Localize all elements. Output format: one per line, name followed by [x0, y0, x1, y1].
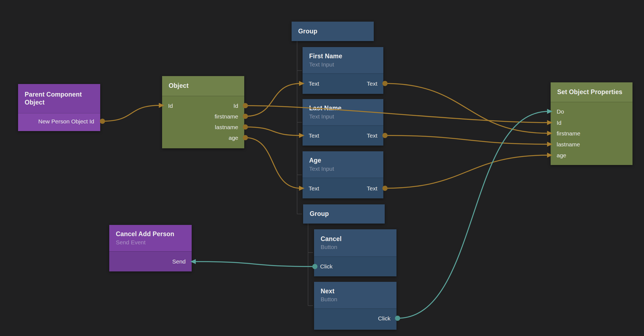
port-label: age [229, 135, 238, 141]
node-title: Group [310, 210, 378, 218]
node-title: Next [321, 287, 390, 295]
port-object-id[interactable]: Id [162, 100, 244, 111]
port-label: Text [367, 185, 377, 192]
port-label: Send [172, 258, 186, 265]
node-title: Cancel Add Person [116, 230, 185, 238]
port-label: Do [557, 108, 564, 115]
port-object-age[interactable]: age [162, 132, 244, 143]
node-body: Click [314, 308, 396, 330]
nodes-layer: Parent Component ObjectNew Person Object… [0, 0, 644, 336]
node-first-name[interactable]: First NameText InputTextText [303, 47, 383, 94]
node-header[interactable]: AgeText Input [303, 151, 383, 178]
node-title: Object [169, 82, 238, 90]
port-object-firstname[interactable]: firstname [162, 111, 244, 122]
node-group-2[interactable]: Group [303, 204, 385, 224]
node-title: Cancel [321, 235, 390, 243]
node-subtitle: Text Input [309, 165, 377, 172]
port-cancel-button-click[interactable]: Click [314, 261, 396, 272]
node-title: Age [309, 157, 377, 164]
port-label: lastname [215, 124, 238, 131]
node-body: DoIdfirstnamelastnameage [551, 102, 633, 165]
node-next-button[interactable]: NextButtonClick [314, 282, 396, 330]
port-set-object-properties-id[interactable]: Id [551, 117, 633, 128]
port-label: Text [367, 132, 377, 139]
node-header[interactable]: CancelButton [314, 229, 396, 256]
port-set-object-properties-firstname[interactable]: firstname [551, 128, 633, 139]
node-body: Click [314, 256, 396, 276]
port-label: Text [367, 80, 377, 87]
node-header[interactable]: Parent Component Object [18, 84, 100, 113]
port-object-lastname[interactable]: lastname [162, 122, 244, 133]
node-header[interactable]: First NameText Input [303, 47, 383, 73]
node-body: New Person Object Id [18, 113, 100, 131]
node-title: Parent Component Object [25, 91, 94, 107]
port-set-object-properties-lastname[interactable]: lastname [551, 139, 633, 150]
node-title: First Name [309, 52, 377, 60]
node-title: Set Object Properties [557, 88, 626, 96]
port-parent-component-object-new-person-object-id[interactable]: New Person Object Id [18, 116, 100, 127]
port-age-input-text[interactable]: Text [303, 183, 383, 194]
port-last-name-text[interactable]: Text [303, 130, 383, 141]
port-label: New Person Object Id [38, 118, 94, 125]
node-parent-component-object[interactable]: Parent Component ObjectNew Person Object… [18, 84, 100, 131]
port-first-name-text[interactable]: Text [303, 78, 383, 89]
node-header[interactable]: Group [292, 22, 374, 41]
port-set-object-properties-do[interactable]: Do [551, 106, 633, 117]
node-title: Group [298, 27, 367, 35]
node-object[interactable]: ObjectIdIdfirstnamelastnameage [162, 76, 244, 148]
node-header[interactable]: Object [162, 76, 244, 96]
node-body: TextText [303, 125, 383, 146]
node-subtitle: Text Input [309, 113, 377, 120]
port-label: Id [233, 103, 238, 109]
port-label: firstname [215, 113, 238, 120]
node-subtitle: Button [321, 243, 390, 251]
node-cancel-button[interactable]: CancelButtonClick [314, 229, 396, 276]
node-cancel-add-person[interactable]: Cancel Add PersonSend EventSend [109, 225, 192, 271]
port-set-object-properties-age[interactable]: age [551, 150, 633, 161]
node-body: TextText [303, 73, 383, 94]
port-label: firstname [557, 130, 580, 137]
node-header[interactable]: Group [303, 204, 385, 224]
port-label: Click [320, 263, 333, 270]
node-subtitle: Text Input [309, 61, 377, 68]
node-last-name[interactable]: Last NameText InputTextText [303, 99, 383, 146]
node-group-1[interactable]: Group [292, 22, 374, 41]
node-body: IdIdfirstnamelastnameage [162, 96, 244, 148]
node-canvas: Parent Component ObjectNew Person Object… [0, 0, 644, 336]
node-subtitle: Button [321, 296, 390, 303]
node-subtitle: Send Event [116, 239, 185, 246]
node-age-input[interactable]: AgeText InputTextText [303, 151, 383, 198]
port-label: age [557, 152, 566, 159]
port-label: Id [557, 120, 562, 126]
port-next-button-click[interactable]: Click [314, 313, 396, 324]
node-body: Send [109, 251, 192, 271]
port-label: Click [378, 315, 391, 322]
node-header[interactable]: Set Object Properties [551, 82, 633, 102]
node-set-object-properties[interactable]: Set Object PropertiesDoIdfirstnamelastna… [551, 82, 633, 165]
port-cancel-add-person-send[interactable]: Send [109, 256, 192, 267]
node-header[interactable]: NextButton [314, 282, 396, 308]
port-label: lastname [557, 141, 580, 148]
node-header[interactable]: Cancel Add PersonSend Event [109, 225, 192, 251]
node-body: TextText [303, 178, 383, 198]
